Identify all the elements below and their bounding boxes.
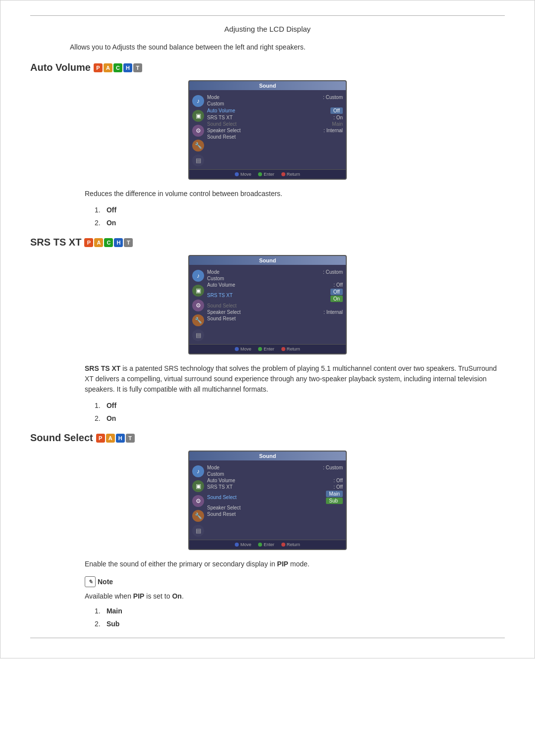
tv-srs-option-on: On xyxy=(330,296,343,302)
tv-menu-soundsel-av: Sound Select Main xyxy=(207,121,343,127)
tv-icon-sound-ss: ♪ xyxy=(192,465,204,477)
tv-menu-custom-label-srs: Custom xyxy=(207,276,343,281)
tv-icon-settings-ss: 🔧 xyxy=(192,510,204,522)
sound-select-title: Sound Select xyxy=(30,432,93,444)
tv-icon-info-av: ▤ xyxy=(192,154,204,166)
tv-footer-return-srs: Return xyxy=(281,347,300,352)
tv-content-av: ♪ ▣ ⚙ 🔧 ▤ Mode : Custom Custom Auto Vo xyxy=(189,90,346,169)
list-label-av-on: On xyxy=(107,219,116,227)
tv-menu-spksel-label-av: Speaker Select xyxy=(207,128,321,133)
tv-menu-mode-label-srs: Mode xyxy=(207,269,321,275)
tv-menu-custom-label-av: Custom xyxy=(207,101,343,106)
tv-srs-option-off: Off xyxy=(330,289,343,295)
tv-title-srs: Sound xyxy=(189,256,346,265)
auto-volume-heading: Auto Volume P A C H T xyxy=(30,62,505,73)
list-label-ss-main: Main xyxy=(107,607,122,615)
page-container: Adjusting the LCD Display Allows you to … xyxy=(0,0,535,658)
note-text-middle: is set to xyxy=(144,592,172,600)
sound-select-desc: Enable the sound of either the primary o… xyxy=(85,559,505,569)
tv-content-srs: ♪ ▣ ⚙ 🔧 ▤ Mode : Custom Custom Auto Vo xyxy=(189,265,346,344)
tv-icon-display-av: ▣ xyxy=(192,110,204,122)
list-label-srs-off: Off xyxy=(107,402,116,409)
auto-volume-screen: Sound ♪ ▣ ⚙ 🔧 ▤ Mode : Custom Custom xyxy=(30,80,505,180)
tv-menu-mode-value-ss: : Custom xyxy=(323,465,343,470)
tv-menu-spksel-value-av: : Internal xyxy=(323,128,343,133)
tv-menu-autovol-ss: Auto Volume : Off xyxy=(207,477,343,484)
tv-menu-sndreset-label-srs: Sound Reset xyxy=(207,316,343,321)
bottom-rule xyxy=(30,638,505,638)
tv-menu-sndreset-srs: Sound Reset xyxy=(207,315,343,322)
badge-t-srs: T xyxy=(124,238,133,247)
list-num-ss-1: 1. xyxy=(95,607,105,615)
tv-menu-srsitem-label-ss: SRS TS XT xyxy=(207,484,331,490)
ss-desc-text: Enable the sound of either the primary o… xyxy=(85,560,277,568)
sound-select-heading: Sound Select P A H T xyxy=(30,432,505,444)
badge-p-av: P xyxy=(94,63,103,72)
tv-menu-mode-srs: Mode : Custom xyxy=(207,269,343,275)
dot-move-srs xyxy=(235,347,239,351)
tv-menu-autovol-av: Auto Volume Off xyxy=(207,107,343,114)
tv-menu-srs-av: SRS TS XT : On xyxy=(207,114,343,121)
tv-menu-custom-srs: Custom xyxy=(207,275,343,282)
ss-desc-pip: PIP xyxy=(277,560,288,568)
tv-icon-info-ss: ▤ xyxy=(192,525,204,537)
tv-icon-sound-av: ♪ xyxy=(192,95,204,107)
list-label-ss-sub: Sub xyxy=(107,620,119,628)
badge-t-ss: T xyxy=(126,434,135,443)
tv-icon-option-av: ⚙ xyxy=(192,125,204,137)
tv-footer-enter-srs: Enter xyxy=(258,347,274,352)
tv-icon-info-srs: ▤ xyxy=(192,329,204,341)
tv-menu-autovol-srs: Auto Volume : Off xyxy=(207,282,343,288)
tv-menu-spksel-label-ss: Speaker Select xyxy=(207,505,343,510)
note-box: ✎ Note xyxy=(85,576,505,587)
badge-h-ss: H xyxy=(116,434,125,443)
sound-select-badges: P A H T xyxy=(96,434,135,443)
tv-menu-custom-label-ss: Custom xyxy=(207,471,343,477)
tv-menu-spksel-label-srs: Speaker Select xyxy=(207,309,321,315)
auto-volume-desc: Reduces the difference in volume control… xyxy=(85,189,505,199)
list-label-srs-on: On xyxy=(107,414,116,422)
tv-menu-custom-av: Custom xyxy=(207,101,343,107)
tv-autovol-option-off: Off xyxy=(330,107,343,114)
badge-a-srs: A xyxy=(94,238,103,247)
tv-footer-move-srs: Move xyxy=(235,347,251,352)
list-item: 2. Sub xyxy=(95,620,505,628)
dot-enter-srs xyxy=(258,347,262,351)
tv-menu-av: Mode : Custom Custom Auto Volume Off SRS… xyxy=(207,94,343,166)
tv-screen-ss: Sound ♪ ▣ ⚙ 🔧 ▤ Mode : Custom Custom xyxy=(188,451,347,550)
tv-menu-mode-value-av: : Custom xyxy=(323,95,343,100)
tv-title-av: Sound xyxy=(189,81,346,90)
tv-menu-autovol-label-ss: Auto Volume xyxy=(207,478,331,483)
note-text-prefix: Available when xyxy=(85,592,133,600)
tv-menu-soundsel-value-av: Main xyxy=(332,121,343,127)
tv-footer-enter-av: Enter xyxy=(258,172,274,177)
tv-ss-option-sub: Sub xyxy=(326,498,343,504)
tv-icon-settings-srs: 🔧 xyxy=(192,314,204,326)
srs-list: 1. Off 2. On xyxy=(95,402,505,422)
note-icon: ✎ xyxy=(85,576,96,587)
tv-menu-mode-label-ss: Mode xyxy=(207,465,321,470)
tv-menu-srsitem-label-srs: SRS TS XT xyxy=(207,293,328,298)
tv-menu-srs: Mode : Custom Custom Auto Volume : Off S… xyxy=(207,269,343,341)
tv-footer-ss: Move Enter Return xyxy=(189,540,346,549)
list-num-srs-2: 2. xyxy=(95,414,105,422)
tv-menu-mode-ss: Mode : Custom xyxy=(207,464,343,471)
tv-menu-soundsel-label-srs: Sound Select xyxy=(207,303,343,308)
tv-menu-autovol-label-srs: Auto Volume xyxy=(207,282,331,288)
tv-icon-display-ss: ▣ xyxy=(192,480,204,492)
tv-menu-autovol-label-av: Auto Volume xyxy=(207,108,328,113)
tv-menu-spksel-srs: Speaker Select : Internal xyxy=(207,309,343,315)
srs-desc-text: is a patented SRS technology that solves… xyxy=(85,364,497,393)
list-item: 1. Main xyxy=(95,607,505,615)
srs-heading: SRS TS XT P A C H T xyxy=(30,237,505,248)
badge-h-srs: H xyxy=(114,238,123,247)
badge-c-av: C xyxy=(113,63,122,72)
tv-menu-soundsel-label-ss: Sound Select xyxy=(207,495,324,500)
tv-menu-soundsel-label-av: Sound Select xyxy=(207,121,330,127)
tv-menu-spksel-ss: Speaker Select xyxy=(207,504,343,511)
list-num-srs-1: 1. xyxy=(95,402,105,409)
badge-p-ss: P xyxy=(96,434,105,443)
dot-return-srs xyxy=(281,347,285,351)
tv-menu-custom-ss: Custom xyxy=(207,471,343,477)
tv-menu-sndreset-label-av: Sound Reset xyxy=(207,134,343,140)
